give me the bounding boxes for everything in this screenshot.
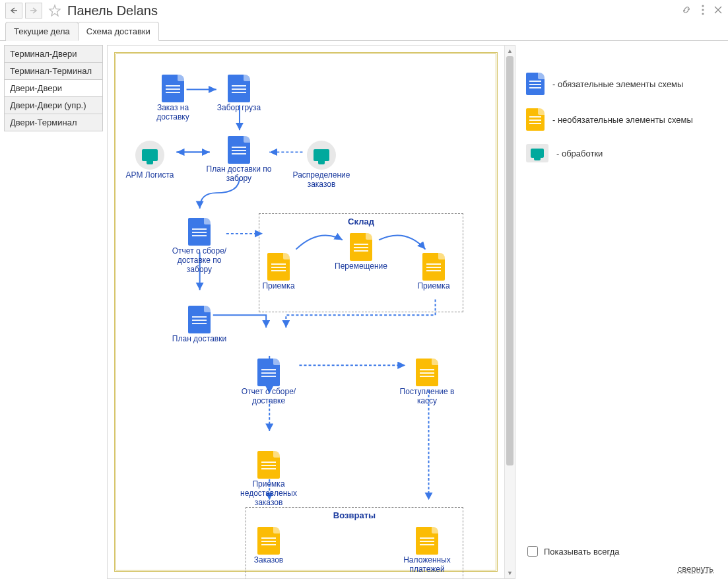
sidebar: Терминал-Двери Терминал-Терминал Двери-Д… <box>4 45 103 579</box>
more-menu-icon[interactable] <box>702 5 704 17</box>
sidebar-item-doors-doors[interactable]: Двери-Двери <box>4 79 103 97</box>
document-blue-icon <box>162 75 184 102</box>
node-priemka-1[interactable]: Приемка <box>249 253 308 291</box>
document-blue-icon <box>257 359 280 386</box>
svg-point-4 <box>702 13 704 15</box>
node-return-orders[interactable]: Заказов <box>236 527 302 565</box>
document-yellow-icon <box>416 527 438 555</box>
sidebar-item-doors-terminal[interactable]: Двери-Терминал <box>4 114 103 131</box>
node-plan-pickup[interactable]: План доставки по забору <box>206 136 272 184</box>
diagram-panel: Склад Возвраты <box>107 45 515 579</box>
link-icon[interactable] <box>680 4 692 18</box>
show-always-checkbox-row[interactable]: Показывать всегда <box>525 544 619 559</box>
document-blue-icon <box>228 136 250 164</box>
legend-optional: - необязательные элементы схемы <box>526 108 721 131</box>
nav-back-button[interactable] <box>5 3 22 18</box>
node-return-cod[interactable]: Наложенных платежей <box>394 527 460 574</box>
show-always-label: Показывать всегда <box>544 547 619 557</box>
document-blue-icon <box>188 306 211 333</box>
document-blue-icon <box>228 75 250 102</box>
sidebar-item-terminal-doors[interactable]: Терминал-Двери <box>4 45 103 63</box>
app-window: Панель Delans Текущие дела Схема доставк… <box>0 0 728 583</box>
show-always-checkbox[interactable] <box>527 546 538 557</box>
processing-icon <box>526 144 548 162</box>
collapse-link[interactable]: свернуть <box>678 564 719 574</box>
scroll-down-button[interactable]: ▼ <box>505 568 515 578</box>
scrollbar-track[interactable] <box>505 56 515 568</box>
legend-required: - обязательные элементы схемы <box>526 73 721 95</box>
legend-panel: - обязательные элементы схемы - необязат… <box>519 45 724 579</box>
document-blue-icon <box>188 218 211 246</box>
node-priemka-undelivered[interactable]: Приемка недоставленых заказов <box>236 451 302 507</box>
document-yellow-icon <box>267 253 290 281</box>
document-yellow-icon <box>257 451 280 479</box>
scrollbar-thumb[interactable] <box>506 56 513 465</box>
page-title: Панель Delans <box>67 3 678 18</box>
node-priemka-2[interactable]: Приемка <box>404 253 463 291</box>
tabs-bar: Текущие дела Схема доставки <box>0 21 728 41</box>
node-report-pickup[interactable]: Отчет о сборе/доставке по забору <box>166 218 232 274</box>
node-distribution[interactable]: Распределение заказов <box>288 141 354 189</box>
document-yellow-icon <box>422 253 445 281</box>
scroll-up-button[interactable]: ▲ <box>505 46 515 56</box>
document-blue-icon <box>526 73 545 95</box>
document-yellow-icon <box>526 108 545 131</box>
titlebar: Панель Delans <box>0 0 728 21</box>
node-pickup[interactable]: Забор груза <box>206 75 272 113</box>
svg-point-3 <box>702 9 704 11</box>
arrow-left-icon <box>10 7 18 14</box>
node-plan-delivery[interactable]: План доставки <box>166 306 232 344</box>
sidebar-item-doors-doors-managed[interactable]: Двери-Двери (упр.) <box>4 96 103 114</box>
node-cash-in[interactable]: Поступление в кассу <box>394 359 460 406</box>
body: Терминал-Двери Терминал-Терминал Двери-Д… <box>0 41 728 583</box>
svg-point-2 <box>702 5 704 7</box>
processing-icon <box>135 141 164 170</box>
vertical-scrollbar[interactable]: ▲ ▼ <box>504 46 515 578</box>
processing-icon <box>307 141 336 170</box>
sidebar-item-terminal-terminal[interactable]: Терминал-Терминал <box>4 62 103 80</box>
node-report-delivery[interactable]: Отчет о сборе/доставке <box>236 359 302 406</box>
close-icon <box>713 5 723 15</box>
legend-processing: - обработки <box>526 144 721 162</box>
document-yellow-icon <box>416 359 438 386</box>
favorite-star-icon[interactable] <box>48 3 62 18</box>
node-arm-logist[interactable]: АРМ Логиста <box>117 141 183 180</box>
tab-delivery-scheme[interactable]: Схема доставки <box>78 22 159 41</box>
document-yellow-icon <box>350 233 372 261</box>
arrow-right-icon <box>30 7 38 14</box>
nav-forward-button[interactable] <box>25 3 42 18</box>
node-order[interactable]: Заказ на доставку <box>140 75 206 122</box>
node-move[interactable]: Перемещение <box>325 233 397 271</box>
tab-current-tasks[interactable]: Текущие дела <box>5 22 79 41</box>
document-yellow-icon <box>257 527 280 555</box>
diagram-canvas[interactable]: Склад Возвраты <box>120 58 492 566</box>
close-button[interactable] <box>713 5 723 17</box>
